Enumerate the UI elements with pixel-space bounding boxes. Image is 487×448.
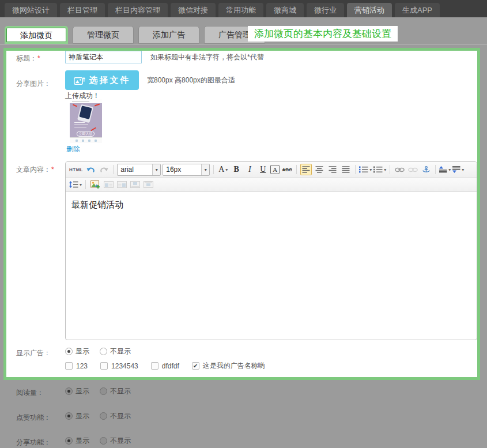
paragraph-spacing-bottom-icon[interactable]: ▾ [452, 164, 464, 175]
nav-tab-wechat-connect[interactable]: 微信对接 [171, 3, 216, 17]
bold-button[interactable]: B [231, 164, 242, 175]
editor-text: 最新促销活动 [71, 199, 123, 209]
share-feature-label: 分享功能： [16, 438, 51, 447]
like-feature-radios: 显示 不显示 [65, 411, 131, 421]
unlink-icon[interactable] [407, 164, 418, 175]
required-mark: * [51, 165, 54, 174]
nav-tab-marketing[interactable]: 营销活动 [347, 3, 392, 17]
source-code-button[interactable]: HTML [69, 164, 83, 175]
title-hint: 如果标题中有非法字符，将会以*代替 [150, 52, 264, 62]
page: 微网站设计 栏目管理 栏目内容管理 微信对接 常用功能 微商城 微行业 营销活动… [0, 0, 487, 448]
font-family-select[interactable]: arial ▾ [117, 164, 161, 176]
font-size-value: 16px [163, 165, 201, 174]
chevron-down-icon: ▾ [201, 164, 209, 175]
editor-toolbar-row2: ▾ [66, 178, 477, 192]
align-right-icon[interactable] [327, 164, 338, 175]
title-label: 标题：* [16, 54, 40, 63]
show-ad-label: 显示广告： [16, 348, 51, 358]
insert-image-icon[interactable] [89, 179, 101, 190]
align-left-icon[interactable] [300, 164, 312, 175]
unordered-list-icon[interactable]: ▾ [373, 164, 386, 175]
read-count-label: 阅读量： [16, 388, 44, 398]
ad-checkbox[interactable]: ✔这是我的广告名称哟 [192, 361, 265, 371]
editor-content-area[interactable]: 最新促销活动 [66, 192, 477, 218]
chevron-down-icon: ▾ [152, 164, 160, 175]
anchor-icon[interactable] [420, 164, 432, 175]
nav-tab-column-mgmt[interactable]: 栏目管理 [60, 3, 105, 17]
image-inline-icon[interactable] [129, 179, 141, 190]
ad-checkboxes: 123 1234543 dfdfdf ✔这是我的广告名称哟 [65, 361, 265, 371]
link-icon[interactable] [394, 164, 405, 175]
uploaded-image-thumbnail: 立即入驻 [70, 99, 102, 143]
radio-hide[interactable]: 不显示 [100, 386, 131, 396]
italic-button[interactable]: I [244, 164, 255, 175]
subnav-divider [0, 44, 487, 44]
align-center-icon[interactable] [314, 164, 325, 175]
nav-tab-micro-mall[interactable]: 微商城 [266, 3, 304, 17]
radio-show[interactable]: 显示 [65, 386, 89, 396]
radio-hide[interactable]: 不显示 [100, 347, 131, 356]
top-nav: 微网站设计 栏目管理 栏目内容管理 微信对接 常用功能 微商城 微行业 营销活动… [0, 0, 487, 17]
ordered-list-icon[interactable]: ▾ [359, 164, 372, 175]
radio-hide[interactable]: 不显示 [100, 436, 131, 446]
font-family-value: arial [118, 165, 152, 174]
read-count-radios: 显示 不显示 [65, 386, 131, 396]
nav-tab-common-funcs[interactable]: 常用功能 [218, 3, 263, 17]
radio-show[interactable]: 显示 [65, 411, 89, 421]
nav-tab-generate-app[interactable]: 生成APP [395, 3, 440, 17]
image-float-right-icon[interactable] [116, 179, 127, 190]
tour-spotlight-box: 标题：* 如果标题中有非法字符，将会以*代替 分享图片： 选择文件 宽800px… [3, 48, 480, 380]
ad-checkbox[interactable]: 1234543 [100, 362, 138, 370]
paragraph-spacing-top-icon[interactable]: ▾ [439, 164, 451, 175]
delete-image-link[interactable]: 删除 [66, 144, 80, 154]
background-color-button[interactable]: A [270, 165, 280, 174]
required-mark: * [37, 54, 40, 62]
font-size-select[interactable]: 16px ▾ [163, 164, 210, 176]
image-upload-icon [74, 76, 86, 85]
line-height-icon[interactable]: ▾ [69, 179, 82, 190]
rich-text-editor: HTML arial ▾ 16px ▾ [65, 161, 477, 340]
radio-show[interactable]: 显示 [65, 436, 89, 446]
tour-tooltip: 添加微页的基本内容及基础设置 [248, 26, 398, 42]
choose-file-label: 选择文件 [89, 75, 131, 86]
share-feature-radios: 显示 不显示 [65, 436, 131, 446]
underline-button[interactable]: U [257, 164, 269, 175]
nav-tab-column-content[interactable]: 栏目内容管理 [108, 3, 168, 17]
undo-icon[interactable] [85, 164, 96, 175]
redo-icon[interactable] [98, 164, 110, 175]
font-color-button[interactable]: A▾ [217, 164, 229, 175]
choose-file-button[interactable]: 选择文件 [65, 70, 139, 90]
nav-tab-site-design[interactable]: 微网站设计 [5, 3, 57, 17]
image-float-left-icon[interactable] [103, 179, 114, 190]
share-image-label: 分享图片： [16, 79, 51, 89]
ad-checkbox[interactable]: dfdfdf [151, 362, 179, 370]
thumbnail-cta-text: 立即入驻 [77, 131, 95, 137]
title-input[interactable] [65, 51, 142, 63]
radio-show[interactable]: 显示 [65, 347, 89, 356]
like-feature-label: 点赞功能： [16, 413, 51, 423]
editor-toolbar-row1: HTML arial ▾ 16px ▾ [66, 162, 477, 178]
radio-hide[interactable]: 不显示 [100, 411, 131, 421]
show-ad-radios: 显示 不显示 [65, 347, 131, 356]
image-block-icon[interactable] [142, 179, 154, 190]
tab-manage-micropage[interactable]: 管理微页 [73, 26, 134, 44]
tab-add-micropage[interactable]: 添加微页 [5, 26, 68, 44]
image-size-hint: 宽800px 高800px的图最合适 [147, 76, 235, 85]
nav-tab-micro-industry[interactable]: 微行业 [307, 3, 344, 17]
tab-add-ad[interactable]: 添加广告 [138, 26, 199, 44]
align-justify-icon[interactable] [340, 164, 352, 175]
sub-nav: 添加微页 管理微页 添加广告 广告管理 [5, 26, 265, 44]
strikethrough-button[interactable]: ABC [281, 164, 293, 175]
ad-checkbox[interactable]: 123 [65, 362, 88, 370]
content-label: 文章内容：* [16, 165, 54, 175]
